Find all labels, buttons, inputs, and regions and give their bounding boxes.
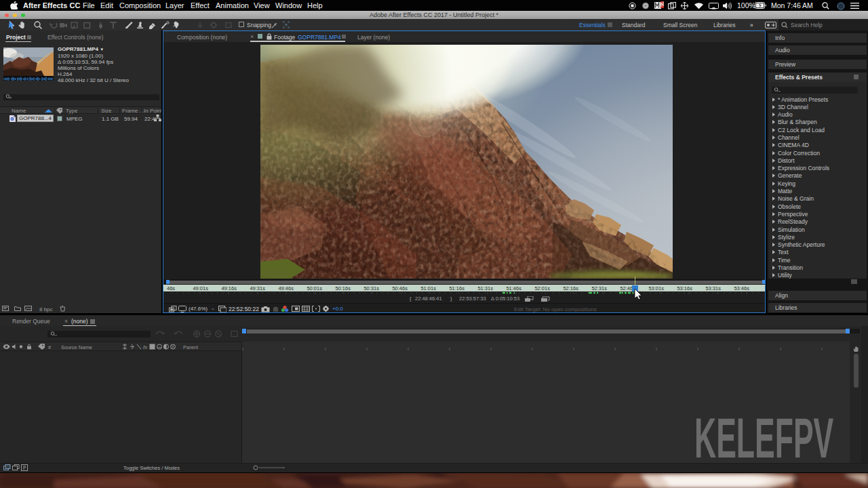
svg-text:fx: fx <box>143 344 148 350</box>
svg-text:8 bpc: 8 bpc <box>39 306 53 312</box>
